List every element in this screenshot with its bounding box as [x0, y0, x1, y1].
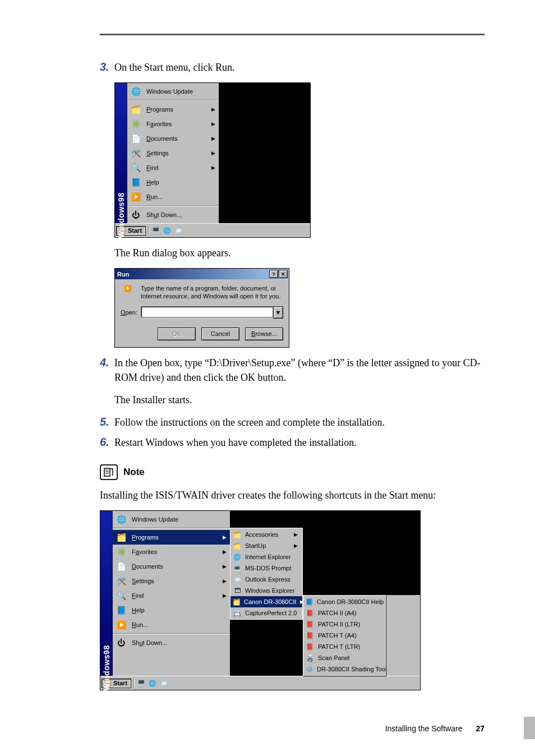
menu-shutdown[interactable]: ⏻Shut Down... — [113, 635, 230, 650]
canon-patch-ii-ltr[interactable]: 📕PATCH II (LTR) — [303, 619, 385, 630]
settings-icon: 🛠️ — [130, 147, 142, 159]
submenu-accessories[interactable]: 🗂️Accessories▶ — [230, 529, 302, 540]
msdos-icon: 💻 — [233, 564, 242, 573]
help-button[interactable]: ? — [269, 270, 278, 278]
outlook-icon[interactable]: 📨 — [174, 226, 183, 235]
run-dialog-icon: ▶️ — [121, 285, 135, 299]
canon-help[interactable]: 📘Canon DR-3080CII Help — [303, 596, 385, 607]
ie-icon: 🌐 — [233, 552, 242, 561]
note-icon — [100, 464, 118, 480]
desktop-icon[interactable]: 🖥️ — [151, 226, 160, 235]
menu-programs[interactable]: 🗂️ Programs ▶ — [127, 102, 219, 117]
run-icon: ▶️ — [115, 619, 127, 631]
globe-icon: 🌐 — [130, 85, 142, 98]
desktop-icon[interactable]: 🖥️ — [137, 679, 146, 688]
close-button[interactable]: ✕ — [279, 270, 288, 278]
pdf-icon: 📕 — [306, 609, 315, 617]
canon-patch-ii-a4[interactable]: 📕PATCH II (A4) — [303, 607, 385, 619]
open-dropdown[interactable]: ▼ — [273, 306, 283, 319]
ok-button[interactable]: OK — [158, 328, 196, 340]
find-icon: 🔍 — [115, 589, 127, 602]
chevron-right-icon: ▶ — [223, 534, 227, 540]
note-heading: Note — [100, 464, 485, 480]
separator — [127, 205, 219, 206]
step-number: 5. — [100, 415, 114, 428]
note-body: Installing the ISIS/TWAIN driver creates… — [100, 488, 485, 503]
pdf-icon: 📕 — [306, 620, 315, 629]
menu-help[interactable]: 📘Help — [113, 603, 230, 617]
step-text: On the Start menu, click Run. — [114, 60, 234, 75]
menu-favorites[interactable]: ✳️Favorites▶ — [113, 545, 230, 559]
ie-icon[interactable]: 🌐 — [163, 226, 172, 235]
step-number: 4. — [100, 356, 114, 369]
documents-icon: 📄 — [130, 132, 142, 145]
browse-button[interactable]: Browse... — [245, 328, 283, 340]
menu-run[interactable]: ▶️ Run... — [127, 190, 219, 204]
submenu-outlook[interactable]: 📨Outlook Express — [230, 574, 302, 585]
step-6: 6. Restart Windows when you have complet… — [100, 435, 485, 450]
menu-find[interactable]: 🔍Find▶ — [113, 588, 230, 603]
step-3: 3. On the Start menu, click Run. — [100, 60, 485, 75]
footer-page-number: 27 — [476, 724, 485, 733]
page-footer: Installing the Software 27 — [100, 724, 485, 733]
chevron-right-icon: ▶ — [211, 150, 215, 156]
menu-run[interactable]: ▶️Run... — [113, 617, 230, 632]
tool-icon: ⚙️ — [306, 665, 313, 674]
canon-patch-t-ltr[interactable]: 📕PATCH T (LTR) — [303, 641, 385, 652]
open-input[interactable] — [141, 306, 273, 317]
chevron-right-icon: ▶ — [211, 165, 215, 170]
submenu-ie[interactable]: 🌐Internet Explorer — [230, 551, 302, 563]
canon-shading-tool[interactable]: ⚙️DR-3080CII Shading Tool — [303, 663, 385, 675]
screenshot-start-menu-cascading: Windows98 🌐 Windows Update 🗂️ Programs ▶… — [100, 510, 421, 690]
step-5: 5. Follow the instructions on the screen… — [100, 415, 485, 430]
shutdown-icon: ⏻ — [130, 209, 142, 221]
step-4: 4. In the Open box, type “D:\Driver\Setu… — [100, 356, 485, 385]
menu-settings[interactable]: 🛠️Settings▶ — [113, 574, 230, 588]
start-menu-banner: Windows98 — [100, 511, 113, 676]
chevron-right-icon: ▶ — [211, 121, 215, 127]
help-icon: 📘 — [130, 176, 142, 188]
globe-icon: 🌐 — [115, 513, 127, 525]
chevron-right-icon: ▶ — [211, 136, 215, 141]
programs-icon: 🗂️ — [115, 531, 127, 543]
scanpanel-icon: 🖨️ — [306, 653, 315, 662]
submenu-startup[interactable]: 🗂️StartUp▶ — [230, 540, 302, 551]
favorites-icon: ✳️ — [130, 118, 142, 130]
menu-documents[interactable]: 📄 Documents ▶ — [127, 131, 219, 146]
menu-programs[interactable]: 🗂️ Programs ▶ — [113, 530, 230, 545]
menu-settings[interactable]: 🛠️ Settings ▶ — [127, 146, 219, 160]
submenu-windows-explorer[interactable]: 🗔Windows Explorer — [230, 585, 302, 596]
shutdown-icon: ⏻ — [115, 637, 127, 649]
note-label: Note — [123, 467, 145, 478]
menu-windows-update[interactable]: 🌐 Windows Update — [127, 84, 219, 99]
step-text: Follow the instructions on the screen an… — [114, 415, 385, 430]
menu-shutdown[interactable]: ⏻ Shut Down... — [127, 208, 219, 222]
menu-windows-update[interactable]: 🌐 Windows Update — [113, 512, 230, 527]
documents-icon: 📄 — [115, 560, 127, 573]
canon-patch-t-a4[interactable]: 📕PATCH T (A4) — [303, 630, 385, 641]
folder-icon: 🗂️ — [233, 541, 242, 550]
dialog-title: Run — [117, 271, 129, 278]
folder-icon: 🗂️ — [233, 597, 241, 606]
submenu-captureperfect[interactable]: 📇CapturePerfect 2.0 — [230, 607, 302, 619]
pdf-icon: 📕 — [306, 642, 315, 651]
menu-find[interactable]: 🔍 Find ▶ — [127, 160, 219, 175]
run-appears-text: The Run dialog box appears. — [114, 246, 485, 260]
cancel-button[interactable]: Cancel — [201, 328, 239, 340]
programs-icon: 🗂️ — [130, 103, 142, 116]
submenu-canon-items: 📘Canon DR-3080CII Help 📕PATCH II (A4) 📕P… — [303, 595, 386, 676]
submenu-canon[interactable]: 🗂️Canon DR-3080CII▶ — [230, 596, 302, 607]
menu-documents[interactable]: 📄Documents▶ — [113, 559, 230, 574]
pdf-icon: 📕 — [306, 631, 315, 640]
help-icon: 📘 — [306, 597, 313, 606]
folder-icon: 🗂️ — [233, 530, 242, 539]
canon-scan-panel[interactable]: 🖨️Scan Panel — [303, 652, 385, 663]
screenshot-run-dialog: Run ? ✕ ▶️ Type the name of a program, f… — [114, 268, 289, 348]
menu-help[interactable]: 📘 Help — [127, 175, 219, 190]
submenu-msdos[interactable]: 💻MS-DOS Prompt — [230, 563, 302, 574]
ie-icon[interactable]: 🌐 — [148, 679, 157, 688]
menu-favorites[interactable]: ✳️ Favorites ▶ — [127, 117, 219, 131]
outlook-icon[interactable]: 📨 — [159, 679, 168, 688]
step-number: 3. — [100, 60, 114, 73]
svg-rect-0 — [104, 468, 110, 476]
